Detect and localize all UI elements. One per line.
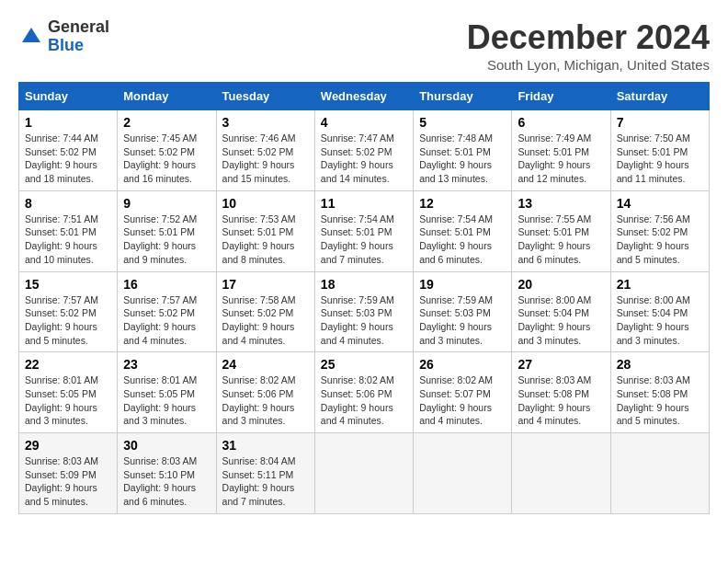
calendar-cell xyxy=(314,433,413,514)
weekday-header: Monday xyxy=(118,83,216,110)
cell-info: Sunrise: 7:51 AMSunset: 5:01 PMDaylight:… xyxy=(25,213,98,265)
calendar-cell: 7Sunrise: 7:50 AMSunset: 5:01 PMDaylight… xyxy=(610,110,709,191)
calendar-cell: 4Sunrise: 7:47 AMSunset: 5:02 PMDaylight… xyxy=(314,110,413,191)
day-number: 15 xyxy=(25,277,111,292)
calendar-cell: 20Sunrise: 8:00 AMSunset: 5:04 PMDayligh… xyxy=(512,271,610,352)
calendar-week-row: 22Sunrise: 8:01 AMSunset: 5:05 PMDayligh… xyxy=(19,352,710,433)
day-number: 3 xyxy=(222,115,309,130)
calendar-cell: 26Sunrise: 8:02 AMSunset: 5:07 PMDayligh… xyxy=(414,352,512,433)
weekday-header: Thursday xyxy=(414,83,512,110)
calendar-cell: 15Sunrise: 7:57 AMSunset: 5:02 PMDayligh… xyxy=(19,271,118,352)
day-number: 26 xyxy=(419,357,506,372)
cell-info: Sunrise: 7:50 AMSunset: 5:01 PMDaylight:… xyxy=(617,132,690,184)
day-number: 24 xyxy=(222,357,309,372)
cell-info: Sunrise: 7:46 AMSunset: 5:02 PMDaylight:… xyxy=(222,132,296,184)
cell-info: Sunrise: 8:03 AMSunset: 5:08 PMDaylight:… xyxy=(518,374,591,426)
day-number: 11 xyxy=(321,196,407,211)
weekday-header: Wednesday xyxy=(314,83,413,110)
month-title: December 2024 xyxy=(467,18,710,57)
logo-text: General Blue xyxy=(48,18,109,55)
day-number: 4 xyxy=(321,115,407,130)
cell-info: Sunrise: 8:03 AMSunset: 5:09 PMDaylight:… xyxy=(25,455,98,507)
calendar-cell: 3Sunrise: 7:46 AMSunset: 5:02 PMDaylight… xyxy=(216,110,314,191)
day-number: 28 xyxy=(617,357,703,372)
cell-info: Sunrise: 8:01 AMSunset: 5:05 PMDaylight:… xyxy=(25,374,98,426)
calendar-cell: 6Sunrise: 7:49 AMSunset: 5:01 PMDaylight… xyxy=(512,110,610,191)
weekday-header: Saturday xyxy=(610,83,709,110)
calendar-cell: 2Sunrise: 7:45 AMSunset: 5:02 PMDaylight… xyxy=(118,110,216,191)
day-number: 25 xyxy=(321,357,407,372)
day-number: 1 xyxy=(25,115,111,130)
calendar-cell: 9Sunrise: 7:52 AMSunset: 5:01 PMDaylight… xyxy=(118,190,216,271)
page-header: General Blue December 2024 South Lyon, M… xyxy=(18,18,710,73)
logo-icon xyxy=(18,24,44,50)
cell-info: Sunrise: 7:56 AMSunset: 5:02 PMDaylight:… xyxy=(617,213,690,265)
day-number: 16 xyxy=(123,277,210,292)
calendar-cell: 13Sunrise: 7:55 AMSunset: 5:01 PMDayligh… xyxy=(512,190,610,271)
calendar-cell: 21Sunrise: 8:00 AMSunset: 5:04 PMDayligh… xyxy=(610,271,709,352)
calendar-cell: 18Sunrise: 7:59 AMSunset: 5:03 PMDayligh… xyxy=(314,271,413,352)
day-number: 9 xyxy=(123,196,210,211)
calendar-cell: 5Sunrise: 7:48 AMSunset: 5:01 PMDaylight… xyxy=(414,110,512,191)
cell-info: Sunrise: 7:58 AMSunset: 5:02 PMDaylight:… xyxy=(222,294,296,346)
cell-info: Sunrise: 8:02 AMSunset: 5:06 PMDaylight:… xyxy=(222,374,296,426)
calendar-cell: 14Sunrise: 7:56 AMSunset: 5:02 PMDayligh… xyxy=(610,190,709,271)
calendar-cell: 11Sunrise: 7:54 AMSunset: 5:01 PMDayligh… xyxy=(314,190,413,271)
calendar-cell: 25Sunrise: 8:02 AMSunset: 5:06 PMDayligh… xyxy=(314,352,413,433)
calendar-cell: 31Sunrise: 8:04 AMSunset: 5:11 PMDayligh… xyxy=(216,433,314,514)
cell-info: Sunrise: 8:00 AMSunset: 5:04 PMDaylight:… xyxy=(518,294,591,346)
calendar-cell: 17Sunrise: 7:58 AMSunset: 5:02 PMDayligh… xyxy=(216,271,314,352)
calendar-cell: 24Sunrise: 8:02 AMSunset: 5:06 PMDayligh… xyxy=(216,352,314,433)
day-number: 21 xyxy=(617,277,703,292)
calendar-cell: 8Sunrise: 7:51 AMSunset: 5:01 PMDaylight… xyxy=(19,190,118,271)
cell-info: Sunrise: 7:57 AMSunset: 5:02 PMDaylight:… xyxy=(123,294,197,346)
day-number: 8 xyxy=(25,196,111,211)
day-number: 2 xyxy=(123,115,210,130)
cell-info: Sunrise: 7:53 AMSunset: 5:01 PMDaylight:… xyxy=(222,213,296,265)
calendar-cell: 29Sunrise: 8:03 AMSunset: 5:09 PMDayligh… xyxy=(19,433,118,514)
day-number: 5 xyxy=(419,115,506,130)
location: South Lyon, Michigan, United States xyxy=(467,57,710,73)
calendar-cell: 19Sunrise: 7:59 AMSunset: 5:03 PMDayligh… xyxy=(414,271,512,352)
day-number: 10 xyxy=(222,196,309,211)
cell-info: Sunrise: 7:59 AMSunset: 5:03 PMDaylight:… xyxy=(321,294,394,346)
calendar-cell: 30Sunrise: 8:03 AMSunset: 5:10 PMDayligh… xyxy=(118,433,216,514)
day-number: 6 xyxy=(518,115,604,130)
calendar-cell: 10Sunrise: 7:53 AMSunset: 5:01 PMDayligh… xyxy=(216,190,314,271)
day-number: 12 xyxy=(419,196,506,211)
cell-info: Sunrise: 7:57 AMSunset: 5:02 PMDaylight:… xyxy=(25,294,98,346)
day-number: 18 xyxy=(321,277,407,292)
calendar-cell: 16Sunrise: 7:57 AMSunset: 5:02 PMDayligh… xyxy=(118,271,216,352)
weekday-header: Friday xyxy=(512,83,610,110)
calendar: SundayMondayTuesdayWednesdayThursdayFrid… xyxy=(18,82,710,514)
calendar-cell xyxy=(512,433,610,514)
cell-info: Sunrise: 8:04 AMSunset: 5:11 PMDaylight:… xyxy=(222,455,296,507)
calendar-week-row: 15Sunrise: 7:57 AMSunset: 5:02 PMDayligh… xyxy=(19,271,710,352)
calendar-cell: 12Sunrise: 7:54 AMSunset: 5:01 PMDayligh… xyxy=(414,190,512,271)
cell-info: Sunrise: 8:02 AMSunset: 5:07 PMDaylight:… xyxy=(419,374,493,426)
weekday-header-row: SundayMondayTuesdayWednesdayThursdayFrid… xyxy=(19,83,710,110)
cell-info: Sunrise: 7:45 AMSunset: 5:02 PMDaylight:… xyxy=(123,132,197,184)
calendar-week-row: 29Sunrise: 8:03 AMSunset: 5:09 PMDayligh… xyxy=(19,433,710,514)
day-number: 23 xyxy=(123,357,210,372)
cell-info: Sunrise: 7:59 AMSunset: 5:03 PMDaylight:… xyxy=(419,294,493,346)
weekday-header: Sunday xyxy=(19,83,118,110)
cell-info: Sunrise: 7:52 AMSunset: 5:01 PMDaylight:… xyxy=(123,213,197,265)
cell-info: Sunrise: 7:55 AMSunset: 5:01 PMDaylight:… xyxy=(518,213,591,265)
calendar-cell: 27Sunrise: 8:03 AMSunset: 5:08 PMDayligh… xyxy=(512,352,610,433)
cell-info: Sunrise: 7:44 AMSunset: 5:02 PMDaylight:… xyxy=(25,132,98,184)
calendar-cell: 22Sunrise: 8:01 AMSunset: 5:05 PMDayligh… xyxy=(19,352,118,433)
day-number: 31 xyxy=(222,438,309,453)
cell-info: Sunrise: 8:03 AMSunset: 5:08 PMDaylight:… xyxy=(617,374,690,426)
calendar-cell xyxy=(610,433,709,514)
calendar-cell: 28Sunrise: 8:03 AMSunset: 5:08 PMDayligh… xyxy=(610,352,709,433)
weekday-header: Tuesday xyxy=(216,83,314,110)
cell-info: Sunrise: 8:00 AMSunset: 5:04 PMDaylight:… xyxy=(617,294,690,346)
cell-info: Sunrise: 7:54 AMSunset: 5:01 PMDaylight:… xyxy=(321,213,394,265)
cell-info: Sunrise: 8:03 AMSunset: 5:10 PMDaylight:… xyxy=(123,455,197,507)
day-number: 22 xyxy=(25,357,111,372)
day-number: 19 xyxy=(419,277,506,292)
calendar-cell xyxy=(414,433,512,514)
day-number: 14 xyxy=(617,196,703,211)
day-number: 17 xyxy=(222,277,309,292)
